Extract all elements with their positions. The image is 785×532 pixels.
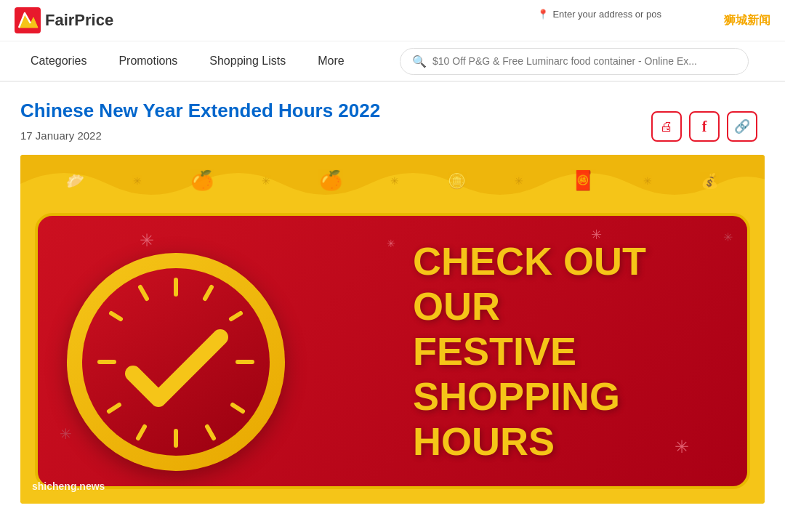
- search-icon: 🔍: [412, 55, 427, 68]
- print-button[interactable]: 🖨: [651, 111, 682, 142]
- address-text: Enter your address or pos: [552, 9, 661, 20]
- banner-headline: CHECK OUT OUR FESTIVE SHOPPING HOURS: [413, 238, 718, 464]
- nav-item-categories[interactable]: Categories: [15, 41, 102, 81]
- watermark-text: 狮城新闻: [724, 13, 770, 28]
- facebook-icon: f: [702, 118, 707, 135]
- copy-link-button[interactable]: 🔗: [727, 111, 757, 142]
- facebook-share-button[interactable]: f: [689, 111, 720, 142]
- nav-item-promotions[interactable]: Promotions: [102, 41, 193, 81]
- deco-star2: ✳: [262, 175, 270, 187]
- banner-line1: CHECK OUT OUR: [413, 238, 718, 329]
- clock-ticks: [82, 268, 270, 456]
- svg-line-11: [111, 313, 121, 319]
- deco-star4: ✳: [515, 175, 523, 187]
- search-input[interactable]: [432, 55, 736, 67]
- svg-line-2: [205, 287, 212, 299]
- banner-line3: SHOPPING: [413, 374, 718, 419]
- deco-dumpling: 🥟: [66, 172, 84, 190]
- svg-line-8: [138, 427, 145, 438]
- banner-line2: FESTIVE: [413, 329, 718, 374]
- deco-envelope: 🧧: [571, 169, 595, 192]
- deco-ingot: 🪙: [448, 172, 466, 190]
- deco-tangerine: 🍊: [319, 169, 342, 192]
- location-icon: 📍: [537, 9, 549, 20]
- banner-line4: HOURS: [413, 419, 718, 464]
- svg-line-9: [109, 405, 119, 411]
- site-header: FairPrice 📍 Enter your address or pos 狮城…: [0, 0, 785, 41]
- deco-star3: ✳: [390, 175, 399, 187]
- nav-bar: Categories Promotions Shopping Lists Mor…: [0, 41, 785, 82]
- snowflake-1: ✳: [140, 230, 154, 251]
- logo[interactable]: FairPrice: [15, 7, 113, 33]
- action-icons-row: 🖨 f 🔗: [651, 111, 757, 142]
- address-bar[interactable]: 📍 Enter your address or pos: [537, 9, 661, 20]
- red-promo-card: ✳ ✳ ✳ ✳ ✳ ✳: [35, 213, 750, 489]
- deco-star1: ✳: [133, 175, 142, 187]
- svg-line-3: [231, 313, 241, 319]
- fairprice-logo-icon: [15, 7, 41, 33]
- logo-text: FairPrice: [45, 11, 113, 30]
- main-content: Chinese New Year Extended Hours 2022 17 …: [0, 82, 785, 521]
- banner-image: 🥟 ✳ 🍊 ✳ 🍊 ✳ 🪙 ✳ 🧧 ✳ 💰 ✳ ✳ ✳ ✳ ✳ ✳: [20, 155, 765, 504]
- snowflake-4: ✳: [387, 238, 395, 249]
- svg-line-12: [140, 287, 147, 299]
- svg-line-5: [233, 405, 243, 411]
- deco-orange1: 🍊: [190, 169, 214, 192]
- clock-graphic: [67, 253, 285, 471]
- main-nav: Categories Promotions Shopping Lists Mor…: [15, 41, 361, 81]
- clock-outer-ring: [67, 253, 285, 471]
- deco-coin: 💰: [701, 172, 719, 190]
- link-icon: 🔗: [734, 118, 750, 134]
- nav-item-shopping-lists[interactable]: Shopping Lists: [193, 41, 302, 81]
- clock-inner-face: [82, 268, 270, 456]
- bottom-watermark: shicheng.news: [32, 480, 105, 492]
- nav-item-more[interactable]: More: [302, 41, 360, 81]
- print-icon: 🖨: [660, 119, 673, 134]
- decorative-icons-top: 🥟 ✳ 🍊 ✳ 🍊 ✳ 🪙 ✳ 🧧 ✳ 💰: [20, 169, 765, 192]
- deco-star5: ✳: [643, 175, 652, 187]
- search-bar[interactable]: 🔍: [400, 48, 749, 75]
- snowflake-6: ✳: [723, 230, 733, 244]
- svg-line-6: [207, 427, 214, 438]
